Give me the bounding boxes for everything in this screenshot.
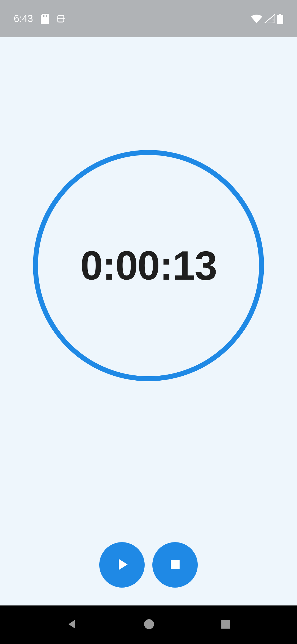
signal-icon: ! [265,14,275,23]
wifi-icon [251,14,262,23]
svg-rect-0 [43,15,44,17]
svg-rect-1 [45,15,45,17]
timer-circle: 0:00:13 [33,150,264,381]
sd-card-icon [41,14,49,24]
status-bar: 6:43 ! [0,0,297,37]
status-right: ! [251,14,283,24]
svg-rect-10 [221,620,230,629]
svg-rect-2 [46,15,47,17]
recent-apps-button[interactable] [220,619,231,631]
back-button[interactable] [66,618,78,631]
status-left: 6:43 [14,13,65,24]
stop-icon [167,556,183,574]
home-button[interactable] [143,618,155,631]
play-icon [114,556,130,574]
svg-rect-7 [277,15,283,24]
status-time: 6:43 [14,13,33,24]
battery-icon [277,14,283,24]
svg-point-9 [144,619,154,629]
timer-display: 0:00:13 [80,242,217,289]
navigation-bar [0,605,297,644]
stop-button[interactable] [152,542,198,588]
play-button[interactable] [99,542,145,588]
controls-row [99,542,198,588]
back-icon [66,618,78,631]
recent-apps-icon [220,619,231,631]
svg-text:!: ! [272,18,274,23]
app-content: 0:00:13 [0,37,297,605]
svg-rect-8 [171,560,180,569]
app-status-icon [57,14,65,24]
svg-rect-6 [279,14,281,15]
home-icon [143,618,155,631]
